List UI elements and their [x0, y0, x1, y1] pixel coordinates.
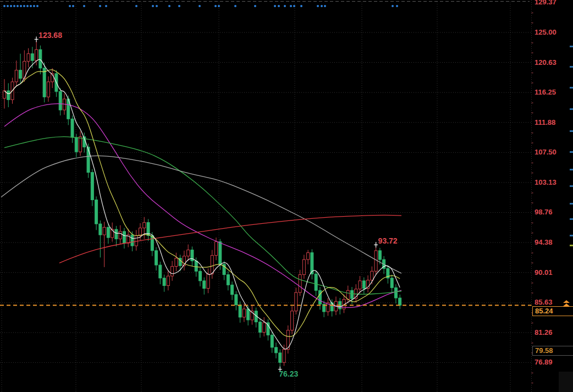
price-axis-label: 116.25 — [535, 89, 556, 96]
annotation-major-high-label: 123.68 — [38, 31, 62, 40]
annotation-markers — [35, 36, 378, 372]
price-axis-label: 125.00 — [535, 29, 557, 36]
price-axis-label: 85.63 — [535, 299, 553, 306]
price-axis-label: 94.38 — [535, 239, 553, 246]
annotation-major-high: 123.68 — [38, 31, 62, 40]
candlestick-chart[interactable] — [0, 0, 573, 392]
candles — [3, 41, 401, 367]
annotation-major-low: 76.23 — [279, 369, 298, 378]
current-price-marker: 85.24 — [532, 306, 573, 316]
gridlines — [0, 2, 531, 392]
signal-dots — [3, 5, 398, 7]
ma_red-line — [59, 215, 401, 263]
price-axis-label: 98.76 — [535, 208, 553, 216]
ma_green-layer — [4, 137, 401, 294]
axis-corner-panel — [559, 372, 573, 392]
price-axis-label: 107.50 — [535, 148, 557, 156]
price-axis-label: 90.01 — [535, 269, 553, 277]
cost-price-marker: 79.58 — [532, 346, 573, 356]
annotation-major-low-label: 76.23 — [279, 369, 298, 378]
price-axis-label: 111.88 — [535, 119, 555, 126]
price-axis-label: 81.26 — [535, 329, 553, 336]
annotation-recent-high-label: 93.72 — [378, 236, 398, 245]
annotation-recent-high: 93.72 — [378, 236, 398, 245]
price-axis-label: 76.89 — [535, 358, 553, 366]
ma_green-line — [4, 137, 401, 294]
price-axis-label: 120.63 — [535, 59, 557, 67]
ma_gray-line — [1, 156, 401, 273]
ma_red-layer — [59, 215, 401, 263]
ma_magenta-line — [4, 104, 401, 308]
edge-volume-ticks — [570, 46, 573, 246]
stock-chart-screen: 123.68 93.72 76.23 129.37125.00120.63116… — [0, 0, 573, 392]
ma_magenta-layer — [4, 104, 401, 308]
price-axis-label: 103.13 — [535, 179, 557, 186]
ma_gray-layer — [1, 156, 401, 273]
price-axis-label: 129.37 — [535, 0, 557, 6]
